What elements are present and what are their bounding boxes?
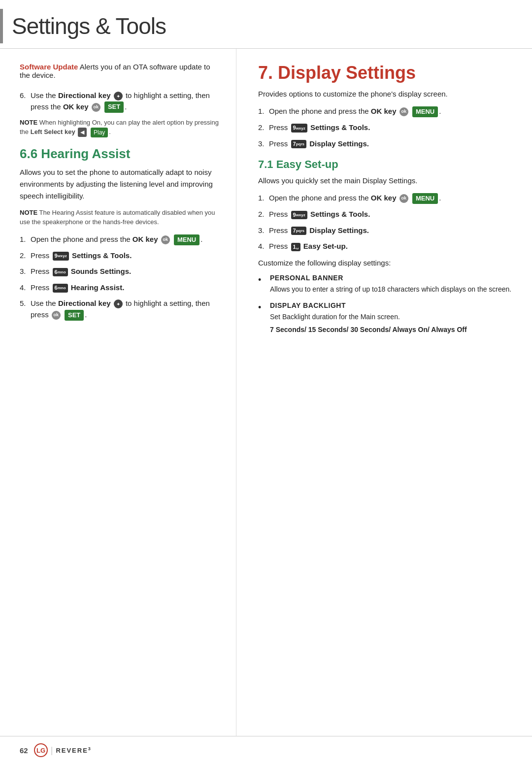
ok-icon-d1: ok xyxy=(399,107,408,116)
lg-logo-icon: LG xyxy=(34,743,48,757)
display-backlight-heading: DISPLAY BACKLIGHT xyxy=(270,301,514,309)
d-step2-num: 2. xyxy=(258,122,269,133)
note1-block: NOTE When highlighting On, you can play … xyxy=(20,118,221,137)
display-step1: 1. Open the phone and press the OK key o… xyxy=(258,106,514,117)
display-step3: 3. Press 7pqrs Display Settings. xyxy=(258,138,514,150)
bullet-dot-2: • xyxy=(258,302,265,313)
left-select-icon: ◀ xyxy=(78,128,87,137)
ok-icon: ok xyxy=(92,103,100,112)
software-update-block: Software Update Alerts you of an OTA sof… xyxy=(20,63,221,79)
e-step2-num: 2. xyxy=(258,209,269,220)
note2-block: NOTE The Hearing Assist feature is autom… xyxy=(20,208,221,227)
key7-d: 7pqrs xyxy=(291,140,306,148)
brand-name: REVERE3 xyxy=(56,746,91,754)
key6-hearing: 6mno xyxy=(53,284,68,292)
d-step3-text: Press 7pqrs Display Settings. xyxy=(269,138,514,150)
e-step2-text: Press 9wxyz Settings & Tools. xyxy=(269,209,514,220)
play-badge: Play xyxy=(91,128,108,137)
page-wrapper: Settings & Tools Software Update Alerts … xyxy=(0,0,532,764)
key9-e: 9wxyz xyxy=(291,211,307,219)
hearing-assist-heading: 6.6 Hearing Assist xyxy=(20,146,221,162)
key6-sounds: 6mno xyxy=(53,268,68,276)
hearing-steps-list: 1. Open the phone and press the OK key o… xyxy=(20,234,221,321)
bullet-content-2: DISPLAY BACKLIGHT Set Backlight duration… xyxy=(270,301,514,333)
note1-text: When highlighting On, you can play the a… xyxy=(20,119,219,136)
d-step1-num: 1. xyxy=(258,106,269,117)
easy-step2: 2. Press 9wxyz Settings & Tools. xyxy=(258,209,514,220)
hearing-step3: 3. Press 6mno Sounds Settings. xyxy=(20,266,221,277)
easy-setup-heading: 7.1 Easy Set-up xyxy=(258,158,514,171)
svg-text:LG: LG xyxy=(36,747,45,754)
step6-item: 6. Use the Directional key to highlight … xyxy=(20,90,221,113)
step1-num: 1. xyxy=(20,234,31,245)
menu-key-badge-e1: MENU xyxy=(412,193,438,204)
software-update-label: Software Update xyxy=(20,63,78,71)
footer-separator: | xyxy=(51,745,53,756)
backlight-options: 7 Seconds/ 15 Seconds/ 30 Seconds/ Alway… xyxy=(270,326,514,333)
note2-text: The Hearing Assist feature is automatica… xyxy=(20,209,215,226)
step6-list: 6. Use the Directional key to highlight … xyxy=(20,90,221,113)
e-step1-num: 1. xyxy=(258,193,269,204)
page-number: 62 xyxy=(20,746,28,755)
ok-icon-h5: ok xyxy=(52,311,61,320)
step3-text: Press 6mno Sounds Settings. xyxy=(31,266,221,277)
lg-svg-icon: LG xyxy=(34,743,48,757)
page-title: Settings & Tools xyxy=(12,9,166,43)
key9-h: 9wxyz xyxy=(53,252,69,260)
e-step3-text: Press 7pqrs Display Settings. xyxy=(269,225,514,236)
bullet-list: • PERSONAL BANNER Allows you to enter a … xyxy=(258,274,514,333)
note2-label: NOTE xyxy=(20,209,37,216)
step5-num: 5. xyxy=(20,298,31,309)
menu-key-badge-d1: MENU xyxy=(412,106,438,117)
e-step4-text: Press 1␣ Easy Set-up. xyxy=(269,241,514,252)
e-step4-num: 4. xyxy=(258,241,269,252)
easy-setup-para: Allows you quickly set the main Display … xyxy=(258,175,514,187)
e-step1-text: Open the phone and press the OK key ok M… xyxy=(269,193,514,204)
display-settings-heading: 7. Display Settings xyxy=(258,63,514,83)
e-step3-num: 3. xyxy=(258,225,269,236)
display-backlight-text: Set Backlight duration for the Main scre… xyxy=(270,312,514,323)
step4-text: Press 6mno Hearing Assist. xyxy=(31,282,221,294)
customize-text: Customize the following display settings… xyxy=(258,257,514,269)
display-steps-list: 1. Open the phone and press the OK key o… xyxy=(258,106,514,149)
key1-e: 1␣ xyxy=(291,243,300,251)
display-step2: 2. Press 9wxyz Settings & Tools. xyxy=(258,122,514,133)
set-key-badge: SET xyxy=(104,101,124,112)
step4-num: 4. xyxy=(20,282,31,294)
bullet-display-backlight: • DISPLAY BACKLIGHT Set Backlight durati… xyxy=(258,301,514,333)
left-column: Software Update Alerts you of an OTA sof… xyxy=(0,49,236,736)
step2-text: Press 9wxyz Settings & Tools. xyxy=(31,250,221,262)
hearing-step2: 2. Press 9wxyz Settings & Tools. xyxy=(20,250,221,262)
right-column: 7. Display Settings Provides options to … xyxy=(236,49,532,736)
hearing-para: Allows you to set the phone to automatic… xyxy=(20,166,221,202)
menu-key-badge-h1: MENU xyxy=(174,234,200,245)
content-area: Software Update Alerts you of an OTA sof… xyxy=(0,49,532,736)
bullet-content-1: PERSONAL BANNER Allows you to enter a st… xyxy=(270,274,514,295)
step5-text: Use the Directional key to highlight a s… xyxy=(31,298,221,321)
easy-step1: 1. Open the phone and press the OK key o… xyxy=(258,193,514,204)
key9-d: 9wxyz xyxy=(291,124,307,132)
step6-text: Use the Directional key to highlight a s… xyxy=(31,90,221,113)
page-header: Settings & Tools xyxy=(0,0,532,49)
key7-e: 7pqrs xyxy=(291,227,306,235)
d-step2-text: Press 9wxyz Settings & Tools. xyxy=(269,122,514,133)
ok-icon-e1: ok xyxy=(399,194,408,203)
hearing-step5: 5. Use the Directional key to highlight … xyxy=(20,298,221,321)
easy-step4: 4. Press 1␣ Easy Set-up. xyxy=(258,241,514,252)
step1-text: Open the phone and press the OK key ok M… xyxy=(31,234,221,245)
easy-steps-list: 1. Open the phone and press the OK key o… xyxy=(258,193,514,252)
page-footer: 62 LG | REVERE3 xyxy=(0,736,532,764)
directional-icon xyxy=(114,92,123,100)
step3-num: 3. xyxy=(20,266,31,277)
d-step1-text: Open the phone and press the OK key ok M… xyxy=(269,106,514,117)
personal-banner-heading: PERSONAL BANNER xyxy=(270,274,514,282)
directional-icon-h5 xyxy=(114,299,123,308)
step6-num: 6. xyxy=(20,90,31,101)
footer-logo: LG | REVERE3 xyxy=(34,743,92,757)
hearing-step4: 4. Press 6mno Hearing Assist. xyxy=(20,282,221,294)
hearing-step1: 1. Open the phone and press the OK key o… xyxy=(20,234,221,245)
personal-banner-text: Allows you to enter a string of up to18 … xyxy=(270,284,514,295)
ok-icon-h1: ok xyxy=(161,235,170,244)
set-key-badge-h5: SET xyxy=(65,310,84,321)
bullet-dot-1: • xyxy=(258,275,265,285)
